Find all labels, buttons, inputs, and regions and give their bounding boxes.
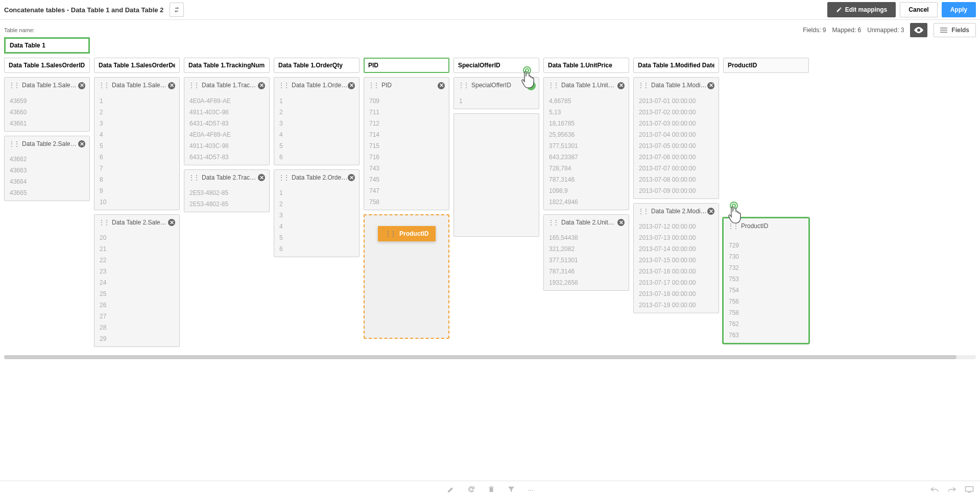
mapped-count: Mapped: 6 [832, 27, 862, 34]
drag-handle-icon[interactable] [548, 82, 558, 89]
remove-mapping-button[interactable]: ✕ [258, 174, 265, 182]
column-header-input[interactable] [4, 58, 90, 73]
mapping-section[interactable]: Data Table 2.UnitPrice✕165,54438321,2082… [543, 214, 629, 291]
data-row: 2013-07-04 00:00:00 [634, 129, 719, 140]
table-name-wrap [0, 37, 980, 58]
remove-mapping-button[interactable]: ✕ [348, 174, 355, 182]
data-row: 28 [94, 322, 179, 333]
drag-handle-icon[interactable] [368, 82, 378, 89]
mapping-section[interactable]: Data Table 1.OrderQty✕123456 [274, 77, 360, 165]
column-header-input[interactable] [453, 58, 539, 73]
data-row: 4 [94, 129, 179, 140]
drag-handle-icon[interactable] [458, 82, 468, 89]
data-row: 9 [94, 185, 179, 196]
mapping-section[interactable]: Data Table 2.Tracking...✕2E53-4802-852E5… [184, 169, 270, 213]
section-body: 2E53-4802-852E53-4802-85 [184, 185, 269, 212]
drag-handle-icon[interactable] [278, 82, 289, 89]
remove-mapping-button[interactable]: ✕ [438, 82, 445, 89]
mapping-section[interactable]: Data Table 2.SalesOrd...✕202122232425262… [94, 214, 180, 347]
column-block: Data Table 1.Modified Date✕2013-07-01 00… [633, 77, 719, 347]
data-row: 24 [94, 277, 179, 288]
mapping-section[interactable]: Data Table 1.SalesOrderD...✕12345678910 [94, 77, 180, 210]
column-header-input[interactable] [184, 58, 270, 73]
remove-mapping-button[interactable]: ✕ [348, 82, 355, 89]
mapping-section[interactable]: Data Table 2.SalesOrd...✕436624366343664… [4, 136, 90, 202]
section-header[interactable]: SpecialOfferID✕ [454, 78, 539, 93]
remove-mapping-button[interactable]: ✕ [78, 140, 85, 148]
mapping-section[interactable] [453, 113, 539, 237]
mapping-section[interactable]: ProductID729730732753754756758762763 [723, 218, 809, 343]
column-header-input[interactable] [633, 58, 719, 73]
section-header[interactable]: Data Table 2.SalesOrd...✕ [5, 136, 89, 152]
section-body: 123456 [274, 93, 359, 165]
cancel-button[interactable]: Cancel [900, 2, 937, 17]
preview-toggle-button[interactable] [910, 23, 927, 37]
remove-mapping-button[interactable]: ✕ [707, 208, 714, 215]
drag-handle-icon[interactable] [99, 219, 109, 226]
mapping-section[interactable]: Data Table 1.SalesOrderID✕43659436604366… [4, 77, 90, 132]
drag-handle-icon[interactable] [728, 222, 738, 230]
remove-mapping-button[interactable]: ✕ [78, 82, 85, 89]
mapping-section[interactable]: Data Table 1.TrackingNum...✕4E0A-4F89-AE… [184, 77, 270, 165]
drag-handle-icon[interactable] [188, 82, 199, 89]
mapping-section[interactable]: PID✕709711712714715716743745747758 [364, 77, 449, 210]
section-body [454, 114, 539, 236]
remove-mapping-button[interactable]: ✕ [168, 219, 175, 227]
data-row: 2013-07-13 00:00:00 [634, 232, 719, 243]
table-name-input[interactable] [4, 37, 90, 54]
section-header[interactable]: PID✕ [364, 78, 449, 93]
drag-handle-icon[interactable] [9, 82, 19, 89]
horizontal-scrollbar[interactable] [4, 355, 976, 359]
mapping-section[interactable]: SpecialOfferID✕1 [453, 77, 539, 109]
remove-mapping-button[interactable]: ✕ [617, 82, 625, 89]
drag-handle-icon[interactable] [99, 82, 109, 89]
section-header[interactable]: Data Table 1.SalesOrderID✕ [5, 78, 89, 93]
section-header[interactable]: Data Table 1.UnitPrice✕ [544, 78, 629, 93]
section-header[interactable]: Data Table 1.TrackingNum...✕ [184, 78, 269, 93]
mapping-section[interactable]: Data Table 2.Modified...✕2013-07-12 00:0… [633, 203, 719, 314]
drag-handle-icon[interactable] [278, 174, 289, 181]
apply-button[interactable]: Apply [942, 2, 976, 17]
fields-button[interactable]: Fields [934, 23, 976, 37]
close-icon: ✕ [348, 82, 355, 89]
mapping-section[interactable]: Data Table 1.Modified Date✕2013-07-01 00… [633, 77, 719, 199]
remove-mapping-button[interactable]: ✕ [258, 82, 265, 89]
section-header[interactable]: Data Table 2.SalesOrd...✕ [94, 215, 179, 231]
data-row: 4,66785 [544, 95, 629, 107]
mapping-section[interactable]: Data Table 1.UnitPrice✕4,667855,1318,167… [543, 77, 629, 210]
drag-handle-icon[interactable] [638, 82, 648, 89]
section-header[interactable]: ProductID [724, 218, 808, 234]
edit-mappings-button[interactable]: Edit mappings [827, 2, 896, 17]
data-row: 763 [724, 330, 808, 341]
section-body: 20212223242526272829 [94, 230, 179, 346]
drag-chip[interactable]: ProductID [378, 226, 436, 241]
data-row: 20 [94, 232, 179, 243]
swap-tables-button[interactable] [170, 3, 184, 17]
column-header-input[interactable] [274, 58, 360, 73]
column-header-input[interactable] [543, 58, 629, 73]
section-header[interactable]: Data Table 2.Tracking...✕ [184, 170, 269, 186]
column-header-input[interactable] [364, 58, 449, 73]
section-header[interactable]: Data Table 1.Modified Date✕ [634, 78, 719, 93]
data-row: 43663 [5, 165, 89, 176]
remove-mapping-button[interactable]: ✕ [528, 82, 535, 89]
remove-mapping-button[interactable]: ✕ [617, 219, 625, 227]
mapping-section[interactable]: Data Table 2.OrderQty✕123456 [274, 169, 360, 258]
remove-mapping-button[interactable]: ✕ [168, 82, 175, 89]
data-row: 2013-07-05 00:00:00 [634, 140, 719, 152]
section-header[interactable]: Data Table 2.UnitPrice✕ [544, 215, 629, 231]
section-header[interactable]: Data Table 2.OrderQty✕ [274, 170, 359, 186]
drag-handle-icon[interactable] [9, 140, 19, 147]
drag-handle-icon[interactable] [188, 174, 199, 181]
data-row: 732 [724, 262, 808, 273]
section-header[interactable]: Data Table 2.Modified...✕ [634, 204, 719, 219]
section-header[interactable]: Data Table 1.SalesOrderD...✕ [94, 78, 179, 93]
drag-handle-icon[interactable] [638, 208, 648, 215]
top-bar: Concatenate tables - Data Table 1 and Da… [0, 0, 980, 20]
drag-handle-icon[interactable] [548, 219, 558, 226]
column-header-input[interactable] [723, 58, 809, 73]
remove-mapping-button[interactable]: ✕ [707, 82, 714, 89]
column-header-input[interactable] [94, 58, 180, 73]
section-body: 436594366043661 [5, 93, 89, 131]
section-header[interactable]: Data Table 1.OrderQty✕ [274, 78, 359, 93]
